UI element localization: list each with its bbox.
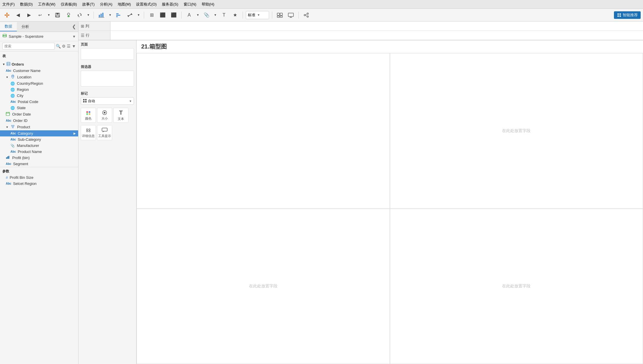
- orders-db-icon: [6, 62, 10, 67]
- chart-swap-button[interactable]: [114, 11, 123, 19]
- columns-shelf-content[interactable]: [110, 21, 643, 30]
- menu-window[interactable]: 窗口(N): [184, 2, 196, 7]
- chart-quadrant-top-right[interactable]: 在此处放置字段: [390, 53, 643, 209]
- chart-quadrant-bottom-left[interactable]: 在此处放置字段: [137, 209, 390, 364]
- product-expand-icon: ▼: [6, 126, 8, 129]
- save-button[interactable]: [53, 11, 62, 19]
- marks-text-button[interactable]: T 文本: [113, 108, 128, 123]
- field-order-id[interactable]: Abc Order ID: [0, 118, 78, 124]
- tooltip-button[interactable]: 📎: [202, 11, 211, 19]
- marks-size-icon: [101, 110, 108, 116]
- menu-dashboard[interactable]: 仪表板(B): [61, 2, 77, 7]
- field-category[interactable]: Abc Category ▶: [0, 130, 78, 136]
- chart-quadrant-bottom-right[interactable]: 在此处放置字段: [390, 209, 643, 364]
- menu-map[interactable]: 地图(M): [118, 2, 131, 7]
- datasource-arrow[interactable]: ▼: [72, 35, 76, 39]
- fit-dropdown-arrow: ▼: [257, 13, 260, 17]
- center-panel: ⊞ 列 ☰ 行 页面: [78, 21, 643, 364]
- chart-type-button[interactable]: [97, 11, 106, 19]
- swap-axes-button[interactable]: [125, 11, 135, 19]
- presentation-button[interactable]: [286, 11, 295, 19]
- list-view-icon[interactable]: ☰ ▼: [67, 44, 76, 48]
- svg-point-68: [104, 112, 105, 113]
- forward-button[interactable]: ▶: [24, 11, 34, 19]
- field-state[interactable]: 🌐 State: [0, 105, 78, 111]
- field-customer-name[interactable]: Abc Customer Name: [0, 68, 78, 74]
- font-color-dropdown[interactable]: ▼: [196, 11, 200, 19]
- abc-icon-orderid: Abc: [6, 119, 11, 122]
- field-country-region[interactable]: 🌐 Country/Region: [0, 80, 78, 87]
- geo-icon-state: 🌐: [10, 106, 15, 110]
- field-order-date[interactable]: Order Date: [0, 111, 78, 118]
- svg-line-55: [13, 126, 14, 127]
- field-profit-bin[interactable]: Profit (bin): [0, 155, 78, 161]
- marks-type-arrow: ▼: [129, 100, 132, 103]
- rows-shelf-content[interactable]: [110, 31, 643, 40]
- field-region[interactable]: 🌐 Region: [0, 87, 78, 93]
- marks-tooltip-icon: [101, 127, 108, 133]
- search-icon[interactable]: 🔍: [56, 44, 61, 48]
- tab-data[interactable]: 数据: [0, 22, 17, 31]
- menu-help[interactable]: 帮助(H): [202, 2, 214, 7]
- refresh-button[interactable]: [75, 11, 84, 19]
- collapse-panel-button[interactable]: ❮: [72, 24, 76, 29]
- field-manufacturer[interactable]: 📎 Manufacturer: [0, 143, 78, 149]
- svg-point-38: [3, 34, 6, 36]
- chart-type-dropdown[interactable]: ▼: [108, 11, 112, 19]
- menu-story[interactable]: 故事(T): [82, 2, 95, 7]
- annotation-button[interactable]: T: [219, 11, 229, 19]
- menu-file[interactable]: 文件(F): [2, 2, 15, 7]
- field-location-group[interactable]: ▼ Location: [0, 74, 78, 80]
- refresh-dropdown[interactable]: ▼: [86, 11, 91, 19]
- field-segment[interactable]: Abc Segment: [0, 161, 78, 167]
- svg-rect-57: [7, 156, 8, 159]
- menu-worksheet[interactable]: 工作表(W): [38, 2, 55, 7]
- marks-color-button[interactable]: 颜色: [81, 108, 96, 123]
- marks-color-icon: [85, 110, 92, 116]
- undo-button[interactable]: ↩: [35, 11, 45, 19]
- menu-format[interactable]: 设置格式(O): [136, 2, 157, 7]
- marks-tooltip-button[interactable]: 工具提示: [97, 125, 112, 140]
- field-sub-category[interactable]: Abc Sub-Category: [0, 136, 78, 143]
- share-button[interactable]: [302, 11, 311, 19]
- align-left-button[interactable]: ⬛: [158, 11, 167, 19]
- align-right-button[interactable]: ⬛: [169, 11, 178, 19]
- back-button[interactable]: ◀: [13, 11, 23, 19]
- bookmark-button[interactable]: ★: [230, 11, 240, 19]
- marks-detail-button[interactable]: 详细信息: [81, 125, 96, 140]
- chart-quadrant-top-left[interactable]: [137, 53, 390, 209]
- marks-type-dropdown[interactable]: 自动 ▼: [81, 97, 134, 105]
- filters-section-content[interactable]: [81, 71, 134, 87]
- datasource-selector[interactable]: Sample - Superstore ▼: [0, 32, 78, 41]
- pages-section-content[interactable]: [81, 48, 134, 60]
- smart-recommend-button[interactable]: 智能推荐: [614, 11, 641, 19]
- svg-point-31: [307, 16, 309, 17]
- filter-icon[interactable]: ⚙: [62, 44, 66, 48]
- svg-rect-45: [9, 64, 10, 65]
- orders-group-header[interactable]: ▼ Orders: [0, 61, 78, 68]
- font-color-button[interactable]: A: [185, 11, 194, 19]
- chart-mode-dropdown[interactable]: ▼: [136, 11, 141, 19]
- svg-rect-14: [101, 14, 102, 17]
- marks-size-button[interactable]: 大小: [97, 108, 112, 123]
- menu-analysis[interactable]: 分析(A): [100, 2, 112, 7]
- field-label-city: City: [17, 93, 23, 98]
- menu-data[interactable]: 数据(D): [20, 2, 33, 7]
- field-postal-code[interactable]: Abc Postal Code: [0, 99, 78, 105]
- chart-canvas[interactable]: 在此处放置字段 在此处放置字段 在此处放置字段: [137, 53, 643, 364]
- tooltip-dropdown[interactable]: ▼: [213, 11, 218, 19]
- tab-analysis[interactable]: 分析: [17, 22, 34, 31]
- add-datasource-button[interactable]: [64, 11, 73, 19]
- param-profit-bin-size[interactable]: # Profit Bin Size: [0, 174, 78, 181]
- field-product-name[interactable]: Abc Product Name: [0, 149, 78, 155]
- field-product-group[interactable]: ▼ Product: [0, 124, 78, 130]
- undo-dropdown[interactable]: ▼: [46, 11, 51, 19]
- group-button[interactable]: ⊞: [147, 11, 156, 19]
- menu-server[interactable]: 服务器(S): [162, 2, 178, 7]
- fit-dropdown[interactable]: 标准 ▼: [246, 11, 269, 19]
- field-city[interactable]: 🌐 City: [0, 93, 78, 99]
- svg-marker-20: [130, 13, 132, 15]
- view-chart-button[interactable]: [275, 11, 284, 19]
- search-input[interactable]: [2, 43, 55, 50]
- param-select-region[interactable]: Abc Selcet Region: [0, 181, 78, 187]
